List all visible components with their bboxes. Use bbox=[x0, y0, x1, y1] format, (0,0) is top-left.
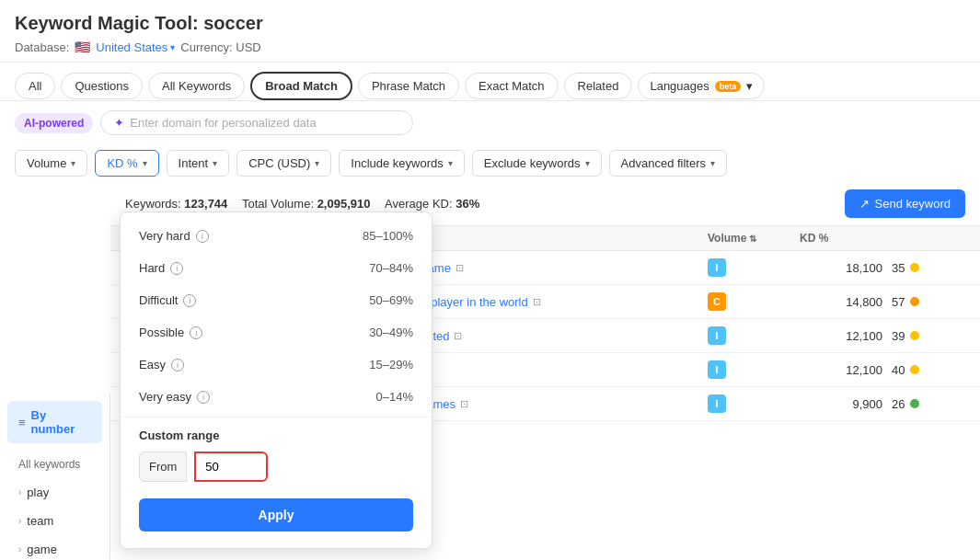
filters-row: Volume ▾ KD % ▾ Intent ▾ CPC (USD) ▾ Inc… bbox=[0, 144, 980, 182]
filter-exclude-keywords[interactable]: Exclude keywords ▾ bbox=[472, 150, 602, 177]
chevron-down-icon: ▾ bbox=[213, 158, 217, 168]
kd-cell: 57 bbox=[892, 295, 965, 309]
all-keywords-label: All keywords bbox=[0, 451, 110, 478]
external-link-icon: ⊡ bbox=[454, 330, 462, 342]
custom-range-section: Custom range From bbox=[121, 417, 432, 489]
apply-button[interactable]: Apply bbox=[139, 498, 413, 531]
kd-option-easy[interactable]: Easy i 15–29% bbox=[121, 349, 432, 381]
col-header-kd: KD % bbox=[800, 232, 892, 245]
filter-advanced[interactable]: Advanced filters ▾ bbox=[609, 150, 728, 177]
sidebar-item-game[interactable]: › game bbox=[0, 535, 110, 560]
filter-include-keywords[interactable]: Include keywords ▾ bbox=[339, 150, 464, 177]
chevron-right-icon: › bbox=[18, 544, 21, 554]
range-input-row: From bbox=[139, 451, 413, 482]
kd-cell: 40 bbox=[892, 363, 965, 377]
kd-from-input[interactable] bbox=[194, 451, 268, 482]
kd-dot-orange bbox=[910, 297, 919, 306]
external-link-icon: ⊡ bbox=[533, 296, 541, 308]
tab-all[interactable]: All bbox=[15, 73, 55, 99]
intent-badge: I bbox=[708, 258, 726, 277]
volume-value: 14,800 bbox=[800, 295, 892, 309]
kd-cell: 26 bbox=[892, 397, 965, 411]
database-link[interactable]: United States ▾ bbox=[96, 40, 175, 54]
filter-kd[interactable]: KD % ▾ bbox=[95, 150, 158, 177]
list-icon: ≡ bbox=[18, 416, 26, 429]
kd-option-possible[interactable]: Possible i 30–49% bbox=[121, 316, 432, 349]
ai-powered-badge: AI-powered bbox=[15, 113, 93, 133]
intent-badge: I bbox=[708, 326, 726, 345]
tab-phrase-match[interactable]: Phrase Match bbox=[358, 73, 459, 99]
chevron-down-icon: ▾ bbox=[746, 79, 753, 93]
send-keyword-button[interactable]: ↗ Send keyword bbox=[845, 189, 965, 218]
volume-value: 12,100 bbox=[800, 363, 892, 377]
kd-option-difficult[interactable]: Difficult i 50–69% bbox=[121, 284, 432, 316]
page-title: Keyword Magic Tool: soccer bbox=[15, 13, 965, 34]
volume-value: 12,100 bbox=[800, 329, 892, 343]
subtitle-row: Database: 🇺🇸 United States ▾ Currency: U… bbox=[15, 40, 965, 54]
info-icon[interactable]: i bbox=[190, 326, 202, 339]
intent-badge: I bbox=[708, 394, 726, 413]
sparkle-icon: ✦ bbox=[114, 116, 124, 130]
custom-range-title: Custom range bbox=[139, 429, 413, 442]
info-icon[interactable]: i bbox=[170, 262, 183, 275]
chevron-down-icon: ▾ bbox=[170, 42, 175, 52]
tab-broad-match[interactable]: Broad Match bbox=[250, 72, 352, 100]
chevron-down-icon: ▾ bbox=[315, 158, 319, 168]
from-label: From bbox=[139, 451, 187, 482]
col-header-volume[interactable]: Volume ⇅ bbox=[708, 232, 800, 245]
beta-badge: beta bbox=[715, 81, 742, 92]
send-icon: ↗ bbox=[859, 197, 870, 211]
chevron-down-icon: ▾ bbox=[448, 158, 453, 168]
kd-dot-yellow bbox=[910, 331, 919, 340]
chevron-down-icon: ▾ bbox=[143, 158, 147, 168]
kd-dot-green bbox=[910, 399, 919, 408]
info-icon[interactable]: i bbox=[183, 294, 196, 307]
tab-exact-match[interactable]: Exact Match bbox=[465, 73, 559, 99]
kd-dot-yellow bbox=[910, 263, 919, 272]
tab-questions[interactable]: Questions bbox=[61, 73, 143, 99]
intent-badge: I bbox=[708, 360, 726, 379]
kd-option-very-hard[interactable]: Very hard i 85–100% bbox=[121, 220, 432, 252]
intent-badge: C bbox=[708, 292, 726, 311]
ai-row: AI-powered ✦ Enter domain for personaliz… bbox=[0, 101, 980, 144]
chevron-down-icon: ▾ bbox=[71, 158, 75, 168]
sidebar-item-play[interactable]: › play bbox=[0, 478, 110, 507]
info-icon[interactable]: i bbox=[197, 391, 210, 404]
sort-icon: ⇅ bbox=[749, 234, 756, 244]
chevron-right-icon: › bbox=[18, 516, 21, 526]
header: Keyword Magic Tool: soccer Database: 🇺🇸 … bbox=[0, 0, 980, 63]
info-icon[interactable]: i bbox=[196, 230, 209, 243]
sidebar-item-team[interactable]: › team bbox=[0, 507, 110, 535]
tabs-row: All Questions All Keywords Broad Match P… bbox=[0, 63, 980, 101]
chevron-down-icon: ▾ bbox=[585, 158, 590, 168]
kd-dropdown: Very hard i 85–100% Hard i 70–84% Diffic… bbox=[120, 211, 432, 549]
kd-cell: 39 bbox=[892, 329, 965, 343]
kd-option-very-easy[interactable]: Very easy i 0–14% bbox=[121, 381, 432, 413]
stats-text: Keywords: 123,744 Total Volume: 2,095,91… bbox=[125, 197, 479, 211]
kd-cell: 35 bbox=[892, 261, 965, 275]
kd-dot-yellow bbox=[910, 365, 919, 374]
sidebar: ≡ By number All keywords › play › team ›… bbox=[0, 394, 110, 560]
filter-volume[interactable]: Volume ▾ bbox=[15, 150, 87, 177]
flag-icon: 🇺🇸 bbox=[75, 40, 90, 54]
ai-domain-input[interactable]: ✦ Enter domain for personalized data bbox=[100, 110, 413, 135]
info-icon[interactable]: i bbox=[171, 359, 184, 371]
kd-option-hard[interactable]: Hard i 70–84% bbox=[121, 252, 432, 284]
tab-related[interactable]: Related bbox=[564, 73, 633, 99]
filter-cpc[interactable]: CPC (USD) ▾ bbox=[236, 150, 331, 177]
tab-languages[interactable]: Languages beta ▾ bbox=[638, 73, 765, 99]
chevron-down-icon: ▾ bbox=[710, 158, 715, 168]
tab-all-keywords[interactable]: All Keywords bbox=[148, 73, 245, 99]
external-link-icon: ⊡ bbox=[455, 262, 464, 274]
volume-value: 9,900 bbox=[800, 397, 892, 411]
chevron-right-icon: › bbox=[18, 487, 21, 497]
external-link-icon: ⊡ bbox=[460, 398, 468, 410]
filter-intent[interactable]: Intent ▾ bbox=[167, 150, 230, 177]
volume-value: 18,100 bbox=[800, 261, 892, 275]
by-number-button[interactable]: ≡ By number bbox=[7, 401, 102, 443]
